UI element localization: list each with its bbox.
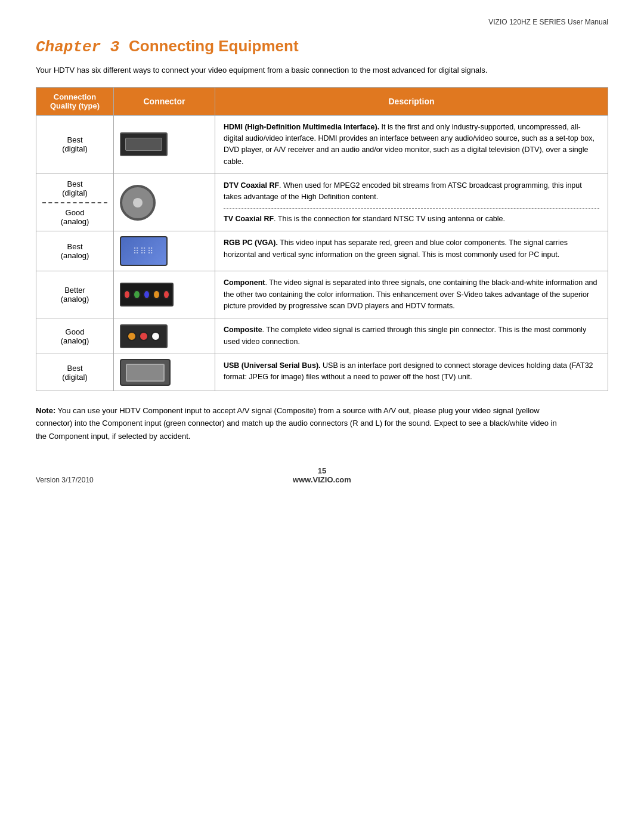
connection-table: Connection Quality (type) Connector Desc… [36,87,608,392]
composite-dot-white [151,332,160,341]
desc-cell-hdmi: HDMI (High-Definition Multimedia Interfa… [215,115,608,174]
desc-bold-dtv: DTV Coaxial RF [224,181,279,190]
connector-cell-hdmi [114,115,215,174]
quality-cell-usb: Best(digital) [36,354,114,391]
desc-bold-vga: RGB PC (VGA). [224,239,278,247]
connector-cell-usb [114,354,215,391]
connector-cell-vga [114,231,215,271]
footer-version: Version 3/17/2010 [36,476,131,484]
desc-cell-coax: DTV Coaxial RF. When used for MPEG2 enco… [215,174,608,231]
page-footer: Version 3/17/2010 15 www.VIZIO.com [36,466,608,484]
col-header-quality: Connection Quality (type) [36,87,114,115]
component-dot-blue [143,290,150,299]
table-row: Best(analog) RGB PC (VGA). This video in… [36,231,608,271]
vga-connector-icon [120,236,168,266]
col-header-connector: Connector [114,87,215,115]
desc-cell-usb: USB (Universal Serial Bus). USB is an in… [215,354,608,391]
note-text: You can use your HDTV Component input to… [36,406,557,441]
manual-title: VIZIO 120HZ E SERIES User Manual [488,18,608,26]
desc-cell-vga: RGB PC (VGA). This video input has separ… [215,231,608,271]
desc-text-component: . The video signal is separated into thr… [224,278,597,310]
chapter-label: Chapter 3 [36,38,119,56]
composite-dot-red [139,332,148,341]
table-row: Good(analog) Composite. The complete vid… [36,318,608,354]
desc-bold-tv: TV Coaxial RF [224,215,274,223]
component-dot-red [123,290,131,299]
desc-cell-composite: Composite. The complete video signal is … [215,318,608,354]
component-dot-green [133,290,140,299]
page-number: 15 [318,466,326,475]
table-row: Best(digital) Good(analog) DTV Coaxial R… [36,174,608,231]
page-header: VIZIO 120HZ E SERIES User Manual [36,18,608,26]
desc-bold-component: Component [224,278,265,287]
footer-page-number: 15 www.VIZIO.com [131,466,513,484]
connector-cell-coax [114,174,215,231]
quality-cell: Best(digital) [36,115,114,174]
desc-divider [224,208,599,209]
quality-cell-composite: Good(analog) [36,318,114,354]
chapter-name: Connecting Equipment [129,37,299,55]
usb-connector-icon [120,359,171,386]
footer-website: www.VIZIO.com [293,475,351,484]
table-row: Best(digital) USB (Universal Serial Bus)… [36,354,608,391]
composite-connector-icon [120,324,168,348]
desc-bold-composite: Composite [224,326,262,334]
desc-text-tv: . This is the connection for standard NT… [274,215,505,223]
component-dot-yellow [153,290,160,299]
intro-paragraph: Your HDTV has six different ways to conn… [36,64,549,76]
hdmi-connector-icon [120,132,168,156]
component-dot-red2 [163,290,170,299]
desc-bold-hdmi: HDMI (High-Definition Multimedia Interfa… [224,123,379,131]
desc-bold-usb: USB (Universal Serial Bus). [224,361,321,370]
note-label: Note: [36,406,55,415]
col-header-description: Description [215,87,608,115]
table-row: Best(digital) HDMI (High-Definition Mult… [36,115,608,174]
desc-text-composite: . The complete video signal is carried t… [224,326,586,345]
quality-cell-coax: Best(digital) Good(analog) [36,174,114,231]
connector-cell-composite [114,318,215,354]
composite-dot-yellow [127,332,137,341]
connector-cell-component [114,271,215,318]
quality-cell-component: Better(analog) [36,271,114,318]
note-paragraph: Note: You can use your HDTV Component in… [36,404,566,442]
quality-cell-vga: Best(analog) [36,231,114,271]
component-connector-icon [120,283,174,306]
chapter-title: Chapter 3 Connecting Equipment [36,37,608,56]
quality-divider [42,202,107,203]
coax-connector-icon [120,185,156,221]
table-row: Better(analog) Component. The video sign… [36,271,608,318]
desc-cell-component: Component. The video signal is separated… [215,271,608,318]
usb-port-inner [126,364,165,382]
